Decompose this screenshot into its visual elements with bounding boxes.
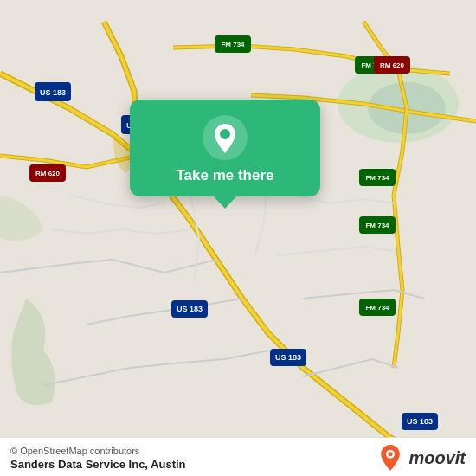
- svg-text:FM 734: FM 734: [365, 222, 389, 229]
- svg-text:RM 620: RM 620: [35, 170, 61, 177]
- map-container: US 183 US 183 FM 734 FM 734 RM 620 RM 62…: [0, 0, 476, 476]
- moovit-wordmark: moovit: [408, 448, 466, 468]
- svg-text:FM 734: FM 734: [365, 174, 389, 182]
- moovit-logo: moovit: [377, 445, 466, 471]
- svg-text:US 183: US 183: [177, 305, 203, 313]
- svg-point-31: [389, 452, 393, 456]
- bottom-bar: © OpenStreetMap contributors Sanders Dat…: [0, 437, 476, 476]
- popup-card[interactable]: Take me there: [130, 100, 320, 196]
- map-svg: US 183 US 183 FM 734 FM 734 RM 620 RM 62…: [0, 0, 476, 476]
- moovit-pin-icon: [377, 445, 403, 471]
- svg-text:US 183: US 183: [275, 353, 301, 362]
- copyright-text: © OpenStreetMap contributors: [10, 446, 186, 456]
- location-text: Sanders Data Service Inc, Austin: [10, 458, 186, 471]
- popup-label: Take me there: [176, 167, 273, 184]
- svg-text:FM 734: FM 734: [221, 41, 245, 48]
- location-pin-icon: [203, 115, 248, 160]
- svg-text:RM 620: RM 620: [380, 61, 405, 69]
- svg-text:FM 734: FM 734: [365, 304, 389, 312]
- svg-point-29: [220, 129, 230, 139]
- svg-text:US 183: US 183: [407, 417, 433, 426]
- svg-text:US 183: US 183: [40, 88, 66, 97]
- bottom-left: © OpenStreetMap contributors Sanders Dat…: [10, 446, 186, 471]
